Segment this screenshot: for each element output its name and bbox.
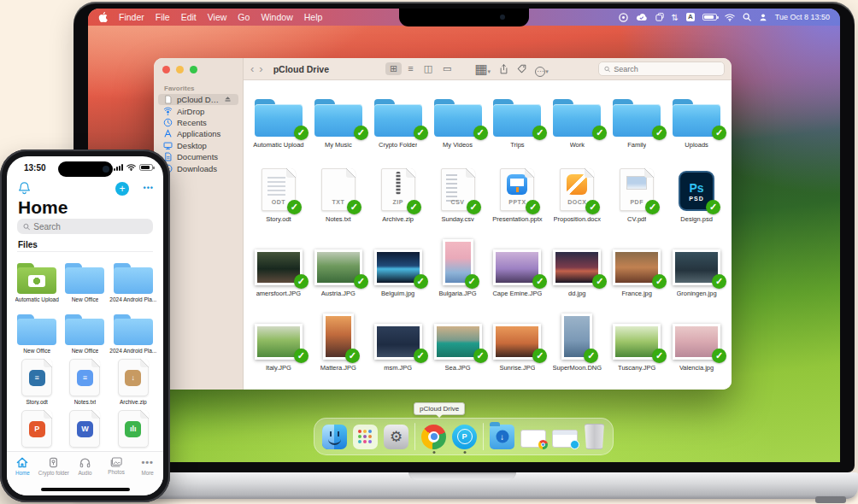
dock-minimized-window-pcloud[interactable] <box>552 430 578 448</box>
column-view-button[interactable]: ◫ <box>420 62 437 75</box>
back-button[interactable]: ‹ <box>250 63 254 74</box>
more-options-button[interactable]: ••• <box>144 184 154 192</box>
updown-arrows-icon[interactable]: ⇅ <box>672 13 679 22</box>
search-input[interactable] <box>614 65 719 73</box>
finder-item[interactable]: ✓ Crypto Folder <box>368 89 428 163</box>
sidebar-item-pcloud-drive[interactable]: pCloud Drive <box>158 94 238 105</box>
list-view-button[interactable]: ≡ <box>403 62 417 75</box>
menu-item[interactable]: Help <box>304 12 323 22</box>
menu-clock[interactable]: Tue Oct 8 13:50 <box>775 13 830 21</box>
phone-search-input[interactable] <box>33 222 147 231</box>
phone-file-item[interactable]: ≡ Story.odt <box>13 356 61 407</box>
finder-item[interactable]: ✓ Family <box>607 89 667 163</box>
finder-item[interactable]: ✓ Uploads <box>667 89 726 163</box>
finder-item[interactable]: ✓ Sunrise.JPG <box>488 312 548 386</box>
finder-item[interactable]: DOCX ✓ Proposition.docx <box>547 163 607 237</box>
menu-item[interactable]: Edit <box>181 12 197 22</box>
spotlight-search-icon[interactable] <box>743 13 751 21</box>
finder-item[interactable]: ✓ France.jpg <box>607 237 667 312</box>
finder-item[interactable]: ✓ Mattera.JPG <box>309 312 368 386</box>
cloud-sync-icon[interactable] <box>636 13 648 21</box>
battery-icon[interactable] <box>702 14 717 21</box>
sidebar-item-documents[interactable]: Documents <box>158 151 238 162</box>
phone-file-item[interactable]: New Office <box>13 305 61 356</box>
finder-item[interactable]: ✓ Automatic Upload <box>249 89 309 163</box>
finder-item[interactable]: ✓ msm.JPG <box>368 312 428 386</box>
sidebar-item-applications[interactable]: Applications <box>158 128 238 139</box>
tab-more[interactable]: ••• More <box>132 452 163 495</box>
finder-item[interactable]: ODT ✓ Story.odt <box>249 163 309 237</box>
add-button[interactable]: + <box>115 182 129 196</box>
pcloud-menu-icon[interactable] <box>619 13 628 22</box>
finder-item[interactable]: ✓ My Videos <box>428 89 488 163</box>
user-switch-icon[interactable] <box>759 13 767 21</box>
home-indicator[interactable] <box>41 488 130 491</box>
phone-search-field[interactable] <box>17 219 153 234</box>
gallery-view-button[interactable]: ▭ <box>438 62 455 75</box>
menu-item[interactable]: View <box>208 12 227 22</box>
finder-item[interactable]: ZIP ✓ Archive.zip <box>368 163 428 237</box>
finder-item[interactable]: PPTX ✓ Presentation.pptx <box>488 163 548 237</box>
dock-settings-icon[interactable]: ⚙ <box>384 425 408 449</box>
tags-button[interactable] <box>517 64 526 73</box>
dock-downloads-folder-icon[interactable] <box>490 425 514 449</box>
finder-item[interactable]: ✓ Bulgaria.JPG <box>428 237 488 312</box>
phone-file-item[interactable]: ≡ Notes.txt <box>61 356 109 407</box>
share-button[interactable] <box>499 64 508 74</box>
finder-item[interactable]: CSV ✓ Sunday.csv <box>428 163 488 237</box>
menu-item[interactable]: Go <box>238 12 250 22</box>
finder-item[interactable]: PDF ✓ CV.pdf <box>607 163 667 237</box>
minimize-button[interactable] <box>176 66 184 73</box>
dock-finder-icon[interactable] <box>322 425 347 449</box>
finder-item[interactable]: ✓ My Music <box>309 89 368 163</box>
finder-item[interactable]: ✓ Cape Emine.JPG <box>488 237 548 312</box>
finder-item[interactable]: Ps PSD ✓ Design.psd <box>667 163 726 237</box>
phone-file-item[interactable]: New Office <box>61 254 109 305</box>
phone-file-item[interactable]: ↓ Archive.zip <box>109 356 157 407</box>
finder-item[interactable]: ✓ Groningen.jpg <box>667 237 726 312</box>
tab-home[interactable]: Home <box>7 452 38 495</box>
phone-file-item[interactable]: New Office <box>61 305 109 356</box>
menu-item[interactable]: Finder <box>119 12 144 22</box>
finder-item[interactable]: ✓ SuperMoon.DNG <box>547 312 607 386</box>
dock-minimized-window-chrome[interactable] <box>520 430 546 448</box>
sidebar-item-airdrop[interactable]: AirDrop <box>158 105 238 116</box>
finder-item[interactable]: ✓ Work <box>547 89 607 163</box>
sidebar-item-downloads[interactable]: Downloads <box>158 162 238 173</box>
group-by-button[interactable]: ▦▾ <box>474 61 491 77</box>
phone-file-item[interactable]: 2024 Android Pla... <box>109 305 157 356</box>
menu-item[interactable]: Window <box>261 12 292 22</box>
zoom-button[interactable] <box>190 66 197 73</box>
dock-trash-icon[interactable] <box>584 424 605 449</box>
clipboard-icon[interactable] <box>655 13 664 21</box>
finder-item[interactable]: TXT ✓ Notes.txt <box>309 163 368 237</box>
finder-item[interactable]: ✓ Austria.JPG <box>309 237 368 312</box>
sidebar-item-desktop[interactable]: Desktop <box>158 140 238 151</box>
wifi-icon[interactable] <box>725 14 735 21</box>
apple-logo-icon[interactable] <box>98 12 108 22</box>
forward-button[interactable]: › <box>259 63 262 74</box>
phone-file-item[interactable]: Automatic Upload <box>13 254 61 305</box>
more-actions-button[interactable]: ⋯▾ <box>535 62 549 77</box>
finder-item[interactable]: ✓ Italy.JPG <box>249 312 309 386</box>
dock-launchpad-icon[interactable] <box>353 425 378 449</box>
input-source-icon[interactable]: A <box>686 13 695 21</box>
dock-pcloud-icon[interactable] <box>452 425 477 449</box>
finder-search-field[interactable] <box>598 62 725 76</box>
icon-view-button[interactable]: ⊞ <box>385 62 402 75</box>
finder-item[interactable]: ✓ dd.jpg <box>547 237 607 312</box>
notifications-bell-icon[interactable] <box>18 181 31 195</box>
finder-item[interactable]: ✓ Tuscany.JPG <box>607 312 667 386</box>
phone-file-icon: ≡ <box>21 359 52 396</box>
eject-icon[interactable] <box>224 95 233 104</box>
dock-chrome-icon[interactable] <box>421 425 446 449</box>
finder-item[interactable]: ✓ Trips <box>488 89 548 163</box>
finder-item[interactable]: ✓ Valencia.jpg <box>667 312 726 386</box>
finder-item[interactable]: ✓ Sea.JPG <box>428 312 488 386</box>
close-button[interactable] <box>162 66 170 73</box>
menu-item[interactable]: File <box>156 12 170 22</box>
phone-file-item[interactable]: 2024 Android Pla... <box>109 254 157 305</box>
finder-item[interactable]: ✓ amersfoort.JPG <box>249 237 309 312</box>
sidebar-item-recents[interactable]: Recents <box>158 117 238 128</box>
finder-item[interactable]: ✓ Belguim.jpg <box>368 237 428 312</box>
